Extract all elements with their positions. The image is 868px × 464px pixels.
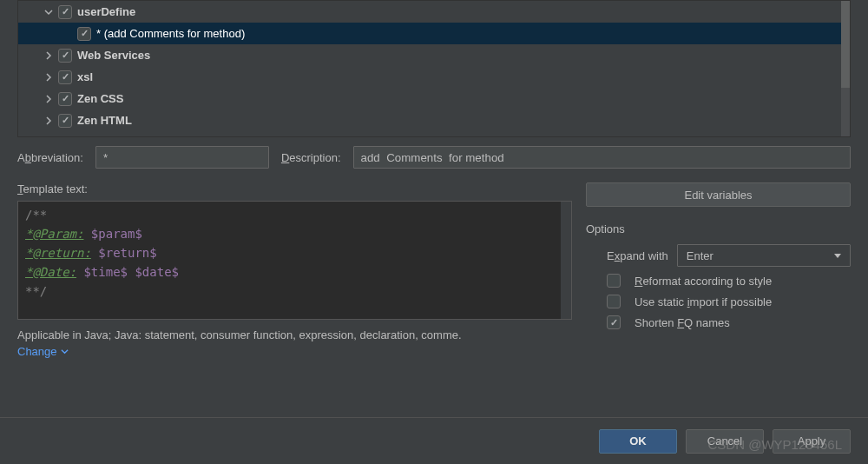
edit-variables-button[interactable]: Edit variables (586, 182, 851, 207)
editor-line: **/ (25, 284, 47, 298)
description-label: Description: (281, 151, 341, 164)
abbreviation-label: Abbreviation: (17, 151, 83, 164)
reformat-checkbox[interactable] (607, 274, 621, 288)
applicable-text: Applicable in Java; Java: statement, con… (17, 328, 572, 341)
chevron-down-icon[interactable] (43, 6, 55, 18)
ok-button[interactable]: OK (599, 429, 677, 454)
chevron-right-icon[interactable] (43, 71, 55, 83)
shorten-fq-label: Shorten FQ names (635, 316, 730, 329)
template-text-editor[interactable]: /** *@Param: $param$ *@return: $return$ … (17, 201, 572, 320)
chevron-down-icon (61, 348, 69, 355)
abbreviation-input[interactable] (95, 146, 269, 169)
tree-checkbox[interactable] (77, 27, 91, 41)
tree-row[interactable]: xsl (18, 66, 850, 88)
tree-row[interactable]: Zen HTML (18, 109, 850, 131)
editor-variable: $return$ (91, 246, 157, 260)
tree-label: Zen CSS (77, 92, 123, 105)
template-tree: userDefine* (add Comments for method)Web… (17, 0, 851, 137)
tree-row[interactable]: Zen CSS (18, 88, 850, 109)
tree-row[interactable]: * (add Comments for method) (18, 23, 850, 44)
tree-scrollbar-thumb[interactable] (841, 1, 850, 88)
expand-with-label: Expand with (607, 249, 668, 262)
editor-line: /** (25, 208, 47, 222)
apply-button[interactable]: Apply (773, 429, 851, 454)
chevron-right-icon (62, 28, 74, 40)
tree-checkbox[interactable] (58, 70, 72, 84)
reformat-label: Reformat according to style (635, 275, 772, 288)
tree-label: * (add Comments for method) (96, 27, 245, 40)
tree-checkbox[interactable] (58, 5, 72, 19)
editor-variable: $param$ (83, 227, 141, 241)
tree-label: Zen HTML (77, 114, 132, 127)
tree-checkbox[interactable] (58, 92, 72, 106)
shorten-fq-checkbox[interactable] (607, 315, 621, 329)
editor-keyword: *@Param: (25, 227, 83, 241)
abbreviation-row: Abbreviation: Description: (0, 137, 868, 169)
static-import-checkbox[interactable] (607, 295, 621, 308)
tree-row[interactable]: Web Services (18, 44, 850, 66)
editor-keyword: *@return: (25, 246, 91, 260)
tree-checkbox[interactable] (58, 114, 72, 128)
expand-with-select[interactable]: Enter (677, 244, 851, 267)
static-import-label: Use static import if possible (635, 295, 772, 308)
tree-label: xsl (77, 70, 93, 83)
change-link[interactable]: Change (17, 345, 69, 358)
cancel-button[interactable]: Cancel (686, 429, 764, 454)
template-text-label: Template text: (17, 182, 572, 196)
tree-label: Web Services (77, 49, 150, 62)
editor-variable: $time$ $date$ (76, 265, 179, 279)
dialog-footer: OK Cancel Apply (0, 417, 868, 464)
options-label: Options (586, 222, 851, 235)
tree-checkbox[interactable] (58, 49, 72, 63)
tree-scrollbar[interactable] (841, 1, 850, 136)
description-input[interactable] (353, 146, 851, 169)
chevron-right-icon[interactable] (43, 115, 55, 127)
tree-row[interactable]: userDefine (18, 1, 850, 23)
editor-scrollbar[interactable] (561, 202, 571, 319)
editor-keyword: *@Date: (25, 265, 76, 279)
chevron-right-icon[interactable] (43, 50, 55, 62)
chevron-right-icon[interactable] (43, 93, 55, 105)
tree-label: userDefine (77, 5, 135, 18)
